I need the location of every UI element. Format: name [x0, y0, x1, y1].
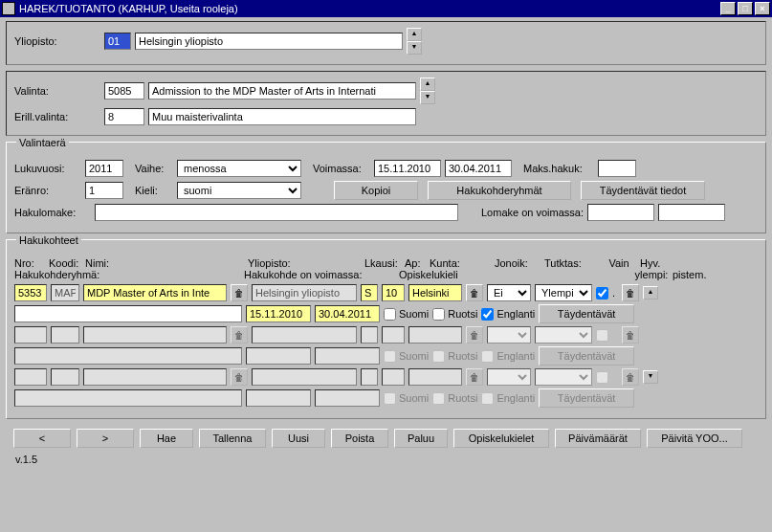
- voimassa-to-input[interactable]: [315, 305, 380, 322]
- vaihe-select[interactable]: menossa: [177, 160, 301, 177]
- poista-button[interactable]: Poista: [331, 429, 388, 448]
- voimassa-to-input: [315, 347, 380, 365]
- valinta-code-input[interactable]: [104, 82, 144, 100]
- voimassa-from-input: [246, 347, 311, 365]
- up-icon[interactable]: ▲: [407, 28, 422, 41]
- scroll-up-icon[interactable]: ▲: [643, 286, 658, 299]
- hdr-koodi: Koodi:: [49, 257, 83, 269]
- close-button[interactable]: ×: [755, 2, 770, 15]
- hae-button[interactable]: Hae: [140, 429, 193, 448]
- scroll-down-icon[interactable]: ▼: [643, 370, 658, 384]
- valintaera-legend: Valintaerä: [16, 137, 69, 148]
- hakukohderyhma-input: [14, 389, 242, 407]
- hakukohderyhma-input[interactable]: [14, 305, 242, 322]
- trash-icon[interactable]: 🗑: [622, 284, 639, 301]
- tutktas-select: [535, 326, 592, 344]
- trash-icon: 🗑: [466, 368, 483, 386]
- hakulomake-label: Hakulomake:: [14, 207, 91, 218]
- paluu-button[interactable]: Paluu: [394, 429, 448, 448]
- yliopisto-input: [252, 368, 357, 386]
- suomi-checkbox[interactable]: Suomi: [384, 308, 429, 321]
- trash-icon: 🗑: [622, 368, 639, 386]
- voimassa-to-input: [315, 389, 380, 407]
- suomi-checkbox: Suomi: [384, 392, 429, 405]
- englanti-checkbox: Englanti: [481, 350, 535, 363]
- koodi-input: [51, 284, 79, 301]
- erill-code-input[interactable]: [104, 108, 144, 125]
- lukuvuosi-input[interactable]: [85, 160, 123, 177]
- sub-opiskelukieli: Opiskelukieli: [399, 269, 495, 280]
- trash-icon[interactable]: 🗑: [231, 284, 248, 301]
- paivamaarat-button[interactable]: Päivämäärät: [555, 429, 641, 448]
- tutktas-select[interactable]: Ylempi: [535, 284, 592, 301]
- table-scrollbar[interactable]: ▼: [643, 370, 658, 384]
- voimassa-from-input[interactable]: [246, 305, 311, 322]
- lkausi-input[interactable]: [361, 284, 378, 301]
- table-scrollbar[interactable]: ▲: [643, 286, 658, 299]
- valinta-name-input[interactable]: [148, 82, 416, 100]
- hakukohderyhmat-button[interactable]: Hakukohderyhmät: [428, 181, 571, 200]
- hakukohderyhma-input: [14, 347, 242, 365]
- kieli-label: Kieli:: [135, 185, 173, 196]
- nimi-input[interactable]: [83, 284, 227, 301]
- minimize-button[interactable]: _: [720, 2, 736, 15]
- maks-input[interactable]: [598, 160, 636, 177]
- lomake-from-input: [587, 204, 654, 221]
- maximize-button[interactable]: □: [738, 2, 753, 15]
- koodi-input: [51, 326, 79, 344]
- erill-name-input[interactable]: [148, 108, 416, 125]
- trash-icon: 🗑: [231, 368, 248, 386]
- up-icon[interactable]: ▲: [420, 78, 435, 91]
- ruotsi-checkbox: Ruotsi: [432, 392, 477, 405]
- ruotsi-checkbox[interactable]: Ruotsi: [432, 308, 477, 321]
- voimassa-from-input[interactable]: [374, 160, 441, 177]
- uusi-button[interactable]: Uusi: [272, 429, 325, 448]
- hdr-lkausi: Lkausi:: [364, 257, 403, 269]
- trash-icon[interactable]: 🗑: [466, 284, 483, 301]
- opiskelukielet-button[interactable]: Opiskelukielet: [453, 429, 549, 448]
- paivita-yoo-button[interactable]: Päivitä YOO...: [647, 429, 742, 448]
- down-icon[interactable]: ▼: [420, 91, 435, 104]
- taydentavat-tiedot-button[interactable]: Täydentävät tiedot: [581, 181, 705, 200]
- tallenna-button[interactable]: Tallenna: [199, 429, 266, 448]
- trash-icon: 🗑: [231, 326, 248, 344]
- hakulomake-input[interactable]: [95, 204, 458, 221]
- nro-input[interactable]: [14, 284, 47, 301]
- yliopisto-name-input[interactable]: [135, 33, 403, 50]
- hdr-yliopisto: Yliopisto:: [248, 257, 363, 269]
- kieli-select[interactable]: suomi: [177, 182, 301, 199]
- yliopisto-code-input[interactable]: [104, 33, 131, 50]
- vaihe-label: Vaihe:: [135, 163, 173, 174]
- vain-ylempi-checkbox[interactable]: [596, 287, 608, 299]
- table-row: Suomi Ruotsi Englanti Täydentävät: [14, 304, 758, 323]
- englanti-checkbox[interactable]: Englanti: [481, 308, 535, 321]
- vain-ylempi-checkbox: [596, 329, 608, 342]
- maks-label: Maks.hakuk:: [523, 163, 594, 174]
- table-row: Suomi Ruotsi Englanti Täydentävät: [14, 346, 758, 366]
- voimassa-to-input[interactable]: [445, 160, 512, 177]
- sub-hakukohderyhma: Hakukohderyhmä:: [14, 269, 242, 280]
- kopioi-button[interactable]: Kopioi: [334, 181, 418, 200]
- yliopisto-spinner[interactable]: ▲ ▼: [407, 28, 422, 55]
- table-row: 🗑 🗑 Ei Ylempi . 🗑 ▲: [14, 284, 758, 301]
- englanti-checkbox: Englanti: [481, 392, 535, 405]
- app-icon: [2, 2, 15, 15]
- valinta-spinner[interactable]: ▲ ▼: [420, 78, 435, 104]
- vain-ylempi-checkbox: [596, 371, 608, 384]
- lkausi-input: [361, 368, 378, 386]
- down-icon[interactable]: ▼: [407, 41, 422, 55]
- voimassa-label: Voimassa:: [313, 163, 370, 174]
- next-button[interactable]: >: [77, 429, 134, 448]
- jonoik-select[interactable]: Ei: [487, 284, 531, 301]
- nro-input: [14, 368, 47, 386]
- yliopisto-input: [252, 326, 357, 344]
- university-panel: Yliopisto: ▲ ▼: [6, 21, 766, 65]
- jonoik-select: [487, 326, 531, 344]
- eranro-input[interactable]: [85, 182, 123, 199]
- kunta-input[interactable]: [408, 284, 462, 301]
- taydentavat-button[interactable]: Täydentävät: [539, 304, 634, 323]
- prev-button[interactable]: <: [13, 429, 71, 448]
- hdr-tutktas: Tutktas:: [544, 257, 598, 269]
- table-row: 🗑 🗑 🗑 ▼: [14, 368, 758, 386]
- ap-input[interactable]: [382, 284, 405, 301]
